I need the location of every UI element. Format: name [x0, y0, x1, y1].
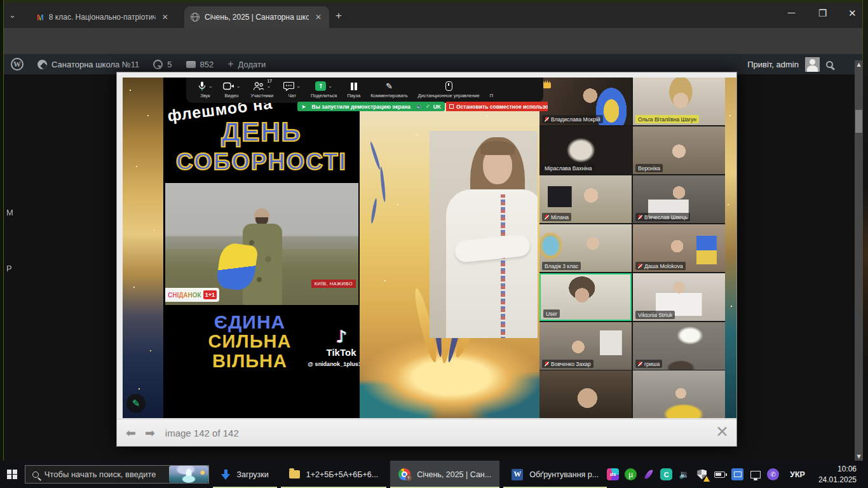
zoom-remote-control-button[interactable]: Дистанционное управление — [418, 81, 480, 98]
participant-tile[interactable]: Міраслава Вахніна — [539, 126, 632, 174]
remote-control-icon — [445, 81, 452, 91]
oneplus-logo: 1+1 — [203, 290, 217, 299]
zoom-video-button[interactable]: ⌄ Видео — [223, 81, 241, 98]
next-image-icon[interactable]: ➡ — [145, 426, 155, 440]
prev-image-icon[interactable]: ⬅ — [126, 426, 136, 440]
lightbox: ✎ флешмоб на ДЕНЬ СОБОРНОСТІ СНІДАНОК — [116, 72, 737, 447]
participant-tile-active-speaker[interactable]: User — [539, 273, 632, 321]
wp-search-icon[interactable] — [826, 61, 833, 68]
minimize-button[interactable]: — — [787, 8, 796, 17]
network-icon[interactable] — [749, 468, 761, 480]
muted-mic-icon — [545, 362, 549, 367]
tab-title: 8 клас. Національно-патріотич — [49, 13, 156, 22]
zoom-truncated-item[interactable]: П — [490, 81, 493, 98]
pencil-icon: ✎ — [386, 81, 393, 91]
tab-active-site[interactable]: Січень, 2025 | Санаторна школ ✕ — [184, 6, 329, 28]
participant-tile[interactable]: Ольга Віталіївна Шагун — [633, 78, 725, 125]
battery-icon[interactable] — [714, 468, 726, 480]
taskbar-button-chrome[interactable]: T Січень, 2025 | Сан... — [390, 461, 499, 488]
wp-avatar[interactable] — [805, 57, 820, 72]
zoom-audio-button[interactable]: ⌄ Звук — [198, 81, 213, 98]
remote-desktop-icon[interactable] — [731, 468, 743, 480]
zoom-participants-button[interactable]: 17 ⌄ Участники — [250, 81, 273, 98]
taskbar-button-downloads[interactable]: Загрузки — [213, 461, 276, 488]
participant-tile[interactable]: Даша Molokova — [633, 224, 725, 272]
annotation-pencil-icon[interactable]: ✎ — [126, 394, 146, 413]
stop-share-button[interactable]: Остановить совместное использование — [446, 102, 548, 111]
participant-tile[interactable]: Владислава Мокрій — [539, 78, 632, 125]
scroll-up-icon[interactable]: ▲ — [855, 62, 863, 67]
participant-tile[interactable] — [539, 370, 632, 418]
desktop-edge-right — [862, 0, 868, 488]
wp-logo[interactable]: W — [4, 54, 31, 74]
dashboard-gauge-icon — [37, 60, 47, 69]
share-screen-icon: ↑ — [315, 81, 326, 91]
taskbar-search[interactable] — [25, 465, 210, 484]
zoom-share-button[interactable]: ↑ ⌄ Поделиться — [311, 81, 337, 98]
chat-icon — [283, 81, 294, 91]
slide-title-line2: СОБОРНОСТІ — [163, 149, 360, 175]
taskbar-clock[interactable]: 10:06 24.01.2025 — [816, 464, 863, 484]
chrome-profile-badge: T — [405, 475, 412, 481]
language-indicator[interactable]: УКР — [785, 470, 810, 479]
tab-title: Січень, 2025 | Санаторна школ — [205, 13, 309, 22]
zoom-annotate-button[interactable]: ✎ Комментировать — [370, 81, 407, 98]
participant-tile[interactable]: гриша — [633, 322, 725, 370]
comments-count: 852 — [200, 60, 214, 69]
close-tab-icon[interactable]: ✕ — [314, 13, 323, 22]
participant-tile[interactable]: В'ячеслав Швець — [633, 175, 725, 223]
slogan-word-1: ЄДИНА — [191, 311, 308, 333]
scroll-down-icon[interactable]: ▼ — [855, 454, 863, 459]
raised-hand-icon — [543, 80, 551, 88]
participant-tile[interactable]: Владік 3 клас — [539, 224, 632, 272]
clock-date: 24.01.2025 — [818, 475, 857, 484]
volume-icon[interactable]: 🔉 — [678, 468, 690, 480]
scrollbar-thumb[interactable] — [855, 110, 862, 133]
mic-icon — [198, 81, 207, 92]
slogan-word-2: СИЛЬНА — [191, 331, 308, 352]
page-scrollbar[interactable]: ▲ ▼ — [855, 60, 863, 461]
defender-shield-icon[interactable] — [696, 468, 708, 480]
taskbar-button-word[interactable]: W Обґрунтування р... — [503, 461, 607, 488]
maximize-button[interactable]: ❒ — [818, 8, 827, 19]
lightbox-close-icon[interactable]: ✕ — [715, 423, 729, 441]
participant-tile[interactable]: Мілана — [539, 175, 632, 223]
wp-greeting[interactable]: Привіт, admin — [747, 60, 799, 69]
new-tab-button[interactable]: + — [336, 10, 342, 22]
muted-mic-icon — [638, 215, 642, 220]
participant-tile[interactable]: Вероніка — [633, 126, 725, 174]
participant-tile[interactable] — [633, 370, 725, 418]
tiktok-handle: @ snidanok_1plus1 — [304, 361, 365, 367]
participant-tile[interactable]: Вовченко Захар — [539, 322, 632, 370]
downloads-folder-icon — [221, 470, 230, 480]
close-tab-icon[interactable]: ✕ — [161, 13, 170, 22]
add-new-label: Додати — [238, 60, 266, 69]
participant-tile[interactable]: Viktoriia Striuk — [633, 273, 725, 321]
updates-count: 5 — [167, 60, 172, 69]
slide-art-right — [725, 78, 736, 418]
zoom-chat-button[interactable]: ⌄ Чат — [283, 81, 301, 98]
close-window-button[interactable]: ✕ — [848, 8, 857, 19]
start-button[interactable] — [0, 461, 25, 488]
tab-search-icon[interactable]: ⌄ — [9, 10, 16, 20]
weather-widget[interactable] — [169, 466, 208, 483]
taskbar-button-folder[interactable]: 1+2+5Б+5А+6Б+6... — [281, 461, 386, 488]
teal-c-app-icon[interactable]: C — [660, 468, 672, 480]
utorrent-icon[interactable]: µ — [625, 468, 637, 480]
updates-icon — [153, 60, 163, 69]
cursor-icon: ➤ — [301, 104, 306, 110]
ds-app-icon[interactable]: ds — [607, 468, 619, 480]
viber-icon[interactable]: ✆ — [767, 468, 779, 480]
tab-gmail[interactable]: M 8 клас. Національно-патріотич ✕ — [31, 6, 182, 28]
camera-icon — [223, 82, 234, 90]
tiktok-note-icon: ♪ — [323, 327, 359, 346]
search-input[interactable] — [44, 470, 164, 479]
zoom-pause-button[interactable]: Пауза — [347, 81, 360, 98]
image-counter: image 142 of 142 — [165, 428, 239, 438]
shield-icon: ✓ — [426, 104, 430, 109]
windows-logo-icon — [7, 470, 17, 480]
lightbox-image[interactable]: ✎ флешмоб на ДЕНЬ СОБОРНОСТІ СНІДАНОК — [123, 78, 736, 418]
slide-art-left — [123, 78, 163, 418]
feather-app-icon[interactable] — [642, 468, 654, 480]
snidanok-logo: СНІДАНОК 1+1 — [165, 288, 219, 302]
